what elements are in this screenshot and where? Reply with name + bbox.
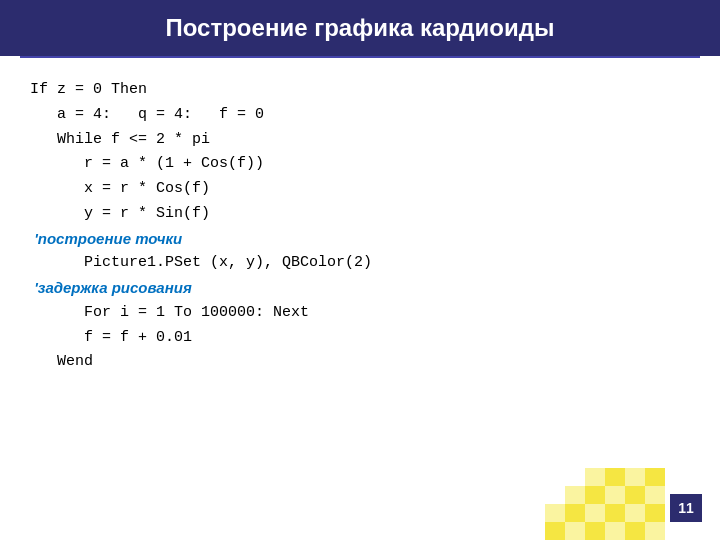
code-line-10: For i = 1 To 100000: Next — [30, 301, 690, 326]
code-line-9: 'задержка рисования — [30, 276, 690, 301]
code-block: If z = 0 Then a = 4: q = 4: f = 0 While … — [30, 78, 690, 375]
code-line-7: 'построение точки — [30, 227, 690, 252]
code-line-6: y = r * Sin(f) — [30, 202, 690, 227]
code-line-3: While f <= 2 * pi — [30, 128, 690, 153]
code-line-8: Picture1.PSet (x, y), QBColor(2) — [30, 251, 690, 276]
slide-number: 11 — [670, 494, 702, 522]
code-line-1: If z = 0 Then — [30, 78, 690, 103]
code-line-2: a = 4: q = 4: f = 0 — [30, 103, 690, 128]
code-line-12: Wend — [30, 350, 690, 375]
code-line-4: r = a * (1 + Cos(f)) — [30, 152, 690, 177]
title-bar: Построение графика кардиоиды — [0, 0, 720, 56]
code-line-11: f = f + 0.01 — [30, 326, 690, 351]
slide-title: Построение графика кардиоиды — [166, 14, 555, 41]
code-line-5: x = r * Cos(f) — [30, 177, 690, 202]
slide: Построение графика кардиоиды If z = 0 Th… — [0, 0, 720, 540]
decorative-pattern — [545, 468, 665, 540]
content-area: If z = 0 Then a = 4: q = 4: f = 0 While … — [0, 58, 720, 385]
